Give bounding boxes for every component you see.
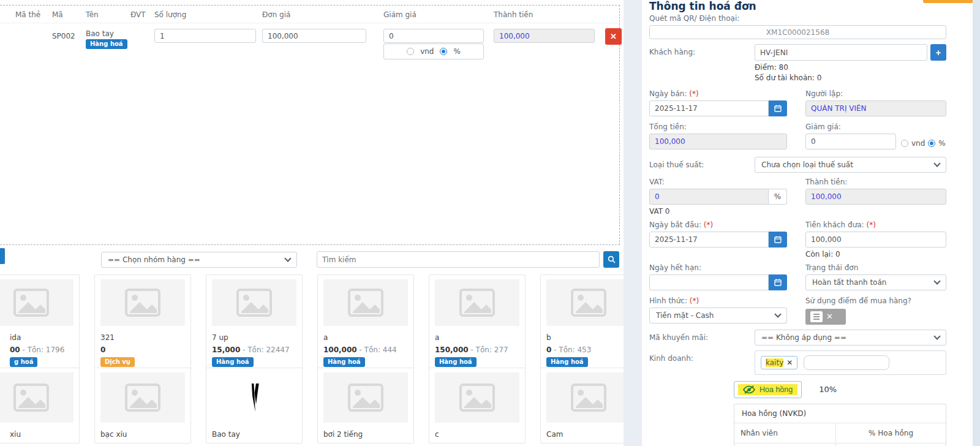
qr-input[interactable] [649,25,946,39]
vat-note: VAT 0 [649,207,946,216]
product-price-line: 00 - Tồn: 1796 [0,346,74,354]
product-image-placeholder [323,372,408,423]
product-card[interactable]: ida 00 - Tồn: 1796 g hoá [0,274,80,372]
product-name: 7 up [212,333,296,342]
col-header-total: Thành tiền [494,10,533,19]
orange-action-button[interactable] [923,0,974,3]
tax-type-select[interactable]: Chưa chọn loại thuế suất [755,157,946,173]
product-image-placeholder [212,279,296,326]
cash-given-input[interactable] [805,232,946,248]
product-card[interactable]: bạc xỉu [94,368,191,444]
product-price-line: 0 [100,346,185,354]
use-points-toggle[interactable]: ✕ [805,309,846,325]
search-input[interactable] [317,251,600,268]
discount-unit-group: vnd % [383,43,484,59]
order-status-select-value: Hoàn tất thanh toán [812,278,935,287]
product-image-placeholder [323,279,408,326]
calendar-button[interactable] [769,274,787,290]
total-input [649,134,787,149]
invoice-discount-input[interactable] [805,134,896,149]
sale-date-input[interactable] [649,100,769,116]
product-price: 00 [10,346,20,354]
cart-and-catalog-area: Mã thẻ Mã Tên ĐVT Số lượng Đơn giá Giảm … [0,0,624,446]
product-image-placeholder [100,372,185,423]
sales-staff-box[interactable]: kaity ✕ [755,350,946,375]
close-icon[interactable]: ✕ [826,312,833,321]
product-card[interactable]: bơi 2 tiếng [317,368,414,444]
product-card[interactable]: Bao tay [206,368,303,444]
product-card[interactable]: 321 0 Dịch vụ [94,274,191,372]
required-mark: (*) [866,221,875,229]
calendar-icon [774,105,782,112]
vnd-radio[interactable] [407,48,414,55]
pos-screen: Mã thẻ Mã Tên ĐVT Số lượng Đơn giá Giảm … [0,0,980,446]
scrollbar-track[interactable] [973,0,980,446]
delete-line-button[interactable]: ✕ [605,28,622,45]
product-card[interactable]: c [429,368,526,444]
vnd-radio-label: vnd [420,47,434,56]
expire-date-input[interactable] [649,274,769,290]
tax-type-select-value: Chưa chọn loại thuế suất [761,161,935,169]
search-button[interactable] [603,251,619,268]
vat-input [649,189,769,205]
col-header-unit: ĐVT [130,10,146,19]
image-icon [13,384,49,412]
start-date-input[interactable] [649,232,769,248]
product-name: bạc xỉu [100,430,185,439]
product-price: 100,000 [323,346,357,354]
commission-col-percent: % Hoa hồng [836,423,946,444]
discount-input[interactable] [383,29,484,43]
product-card[interactable]: a 100,000 - Tồn: 444 Hàng hoá [317,274,414,372]
product-name: a [323,333,408,342]
qr-label: Quét mã QR/ Điện thoại: [649,14,946,23]
product-card[interactable]: Cam [540,368,624,444]
product-cards-row-2: xỉu bạc xỉu Bao tay bơi 2 tiếng [0,368,624,444]
add-customer-button[interactable]: + [930,44,946,61]
product-card[interactable]: b 0 - Tồn: 453 Hàng hoá [540,274,624,372]
promo-label: Mã khuyến mãi: [649,330,755,342]
product-price-line: 15,000 - Tồn: 22447 [212,346,296,354]
product-image-placeholder [435,279,519,326]
customer-input[interactable] [755,44,927,61]
product-stock: - Tồn: 1796 [20,346,65,354]
percent-radio-label: % [453,47,460,56]
left-edge-button[interactable] [0,248,5,264]
invoice-panel: Thông tin hoá đơn Quét mã QR/ Điện thoại… [642,0,973,446]
payment-method-select[interactable]: Tiền mặt - Cash [649,308,787,323]
image-icon [348,289,383,317]
col-header-card: Mã thẻ [15,10,40,19]
product-card[interactable]: a 150,000 - Tồn: 277 Hàng hoá [429,274,526,372]
tax-type-label: Loại thuế suất: [649,157,755,169]
qty-input[interactable] [154,29,256,43]
chevron-down-icon [774,311,781,317]
amount-input [805,189,946,205]
image-icon [348,384,383,412]
sale-date-label: Ngày bán: [649,89,687,98]
invoice-percent-radio[interactable] [928,140,935,147]
commission-button-label: Hoa hồng [760,385,793,394]
creator-input [805,100,946,116]
vat-label: VAT: [649,178,665,186]
sales-staff-label: Kinh doanh: [649,350,755,363]
product-price-line: 100,000 - Tồn: 444 [323,346,408,354]
commission-toggle-button[interactable]: Hoa hồng [734,381,802,398]
product-card[interactable]: xỉu [0,368,80,444]
product-image-logo [212,372,296,423]
percent-radio[interactable] [440,48,447,55]
image-icon [125,384,160,412]
remaining-amount: Còn lại: 0 [805,250,946,259]
product-stock: - Tồn: 444 [357,346,397,354]
product-card[interactable]: 7 up 15,000 - Tồn: 22447 Hàng hoá [206,274,303,372]
unit-price-input[interactable] [262,29,366,43]
order-status-select[interactable]: Hoàn tất thanh toán [805,274,946,290]
invoice-vnd-radio[interactable] [901,140,908,147]
promo-select[interactable]: == Không áp dụng == [755,330,946,346]
product-price-line: 0 - Tồn: 453 [546,346,624,354]
calendar-button[interactable] [769,232,787,248]
remove-tag-icon[interactable]: ✕ [786,358,793,367]
calendar-button[interactable] [769,100,787,116]
staff-tag-input[interactable] [804,355,889,370]
col-header-name: Tên [86,10,99,19]
calendar-icon [774,236,782,243]
product-group-select[interactable]: == Chọn nhóm hàng == [101,252,297,268]
